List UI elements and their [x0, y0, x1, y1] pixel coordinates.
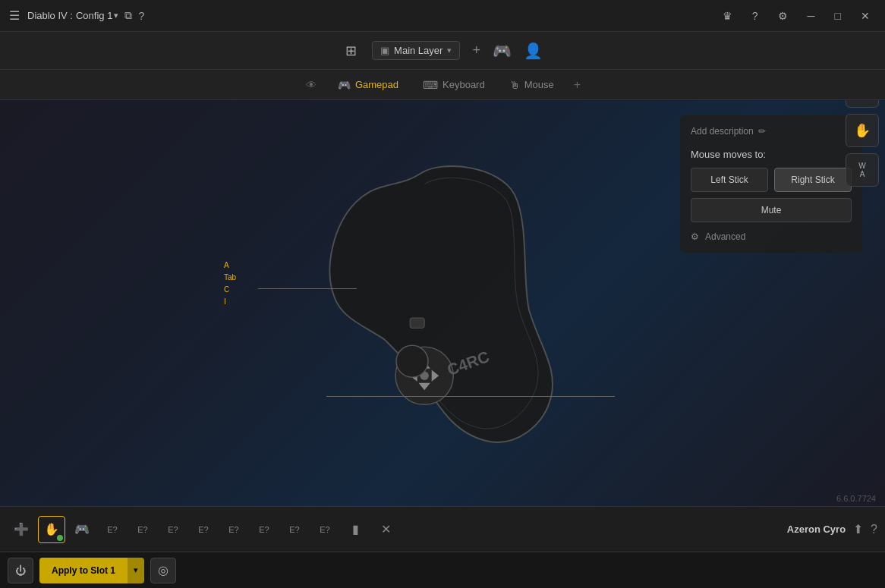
gamepad-icon: 🎮 [338, 79, 351, 91]
apply-slot-group: Apply to Slot 1 ▾ [39, 558, 144, 583]
help-icon[interactable]: ? [871, 523, 877, 536]
version-label: 6.6.0.7724 [836, 494, 876, 503]
slot-btn-7[interactable]: E? [281, 516, 308, 543]
tab-mouse[interactable]: 🖱 Mouse [499, 74, 565, 96]
minimize-button[interactable]: ─ [802, 7, 821, 25]
grid-view-button[interactable]: ⊞ [342, 39, 360, 62]
label-a: A [224, 259, 236, 272]
slot-btn-4[interactable]: E? [190, 516, 217, 543]
layer-icon: ▣ [380, 45, 389, 56]
label-i: I [224, 296, 236, 308]
help-button[interactable]: ? [746, 7, 764, 25]
keyboard-icon: ⌨ [423, 79, 438, 91]
add-config-button[interactable]: ➕ [8, 516, 35, 543]
tab-bar: 👁 🎮 Gamepad ⌨ Keyboard 🖱 Mouse + [0, 70, 885, 100]
advanced-row[interactable]: ⚙ Advanced [691, 231, 852, 242]
title-bar: ☰ Diablo IV : Config 1 ▾ ⧉ ? ♛ ? ⚙ ─ □ ✕ [0, 0, 885, 32]
tab-eye-button[interactable]: 👁 [298, 74, 324, 96]
tab-gamepad-label: Gamepad [355, 79, 398, 90]
main-area: C4RC A Tab C I Add description ✏ Mouse m… [0, 100, 885, 506]
slot-btn-6[interactable]: E? [250, 516, 278, 543]
slot-btn-3[interactable]: E? [159, 516, 187, 543]
mode-w-label: W [858, 162, 865, 170]
svg-rect-6 [410, 318, 424, 328]
label-tab: Tab [224, 272, 236, 284]
slot-btn-2[interactable]: E? [129, 516, 156, 543]
gamepad-mode-button[interactable]: 🎮 [68, 516, 96, 543]
connector-line-top [258, 288, 357, 289]
mode-a-label: A [860, 170, 865, 178]
brand-label: Azeron Cyro [787, 524, 846, 535]
add-tab-button[interactable]: + [568, 75, 587, 95]
bottom-toolbar: ➕ ✋ 🎮 E? E? E? E? E? E? E? E? ▮ ✕ Azeron… [0, 506, 885, 552]
mute-button[interactable]: Mute [691, 198, 852, 222]
mouse-moves-label: Mouse moves to: [691, 149, 852, 160]
app-name: Diablo IV : [27, 10, 73, 21]
menu-icon[interactable]: ☰ [9, 8, 20, 23]
hand-side-icon[interactable]: ✋ [846, 114, 879, 147]
tab-keyboard[interactable]: ⌨ Keyboard [412, 74, 496, 96]
mouse-icon: 🖱 [509, 79, 520, 91]
layer-label: Main Layer [394, 45, 442, 56]
layer-chevron-icon: ▾ [447, 46, 452, 55]
stick-buttons-group: Left Stick Right Stick [691, 168, 852, 192]
svg-point-7 [396, 345, 428, 377]
slot-btn-5[interactable]: E? [220, 516, 247, 543]
right-panel: Add description ✏ Mouse moves to: Left S… [680, 115, 862, 253]
right-stick-button[interactable]: Right Stick [774, 168, 852, 192]
close-button[interactable]: ✕ [855, 7, 876, 25]
mode-side-icon[interactable]: W A [846, 153, 879, 187]
add-description-area[interactable]: Add description ✏ [691, 126, 852, 137]
controller-visual: C4RC [291, 152, 594, 455]
user-avatar-icon: 👤 [524, 42, 543, 60]
separator-1-button[interactable]: ▮ [342, 516, 369, 543]
active-badge [57, 535, 63, 541]
layer-selector[interactable]: ▣ Main Layer ▾ [372, 41, 460, 60]
separator-2-button[interactable]: ✕ [372, 516, 399, 543]
tab-keyboard-label: Keyboard [442, 79, 485, 90]
window-controls: ♛ ? ⚙ ─ □ ✕ [717, 7, 876, 25]
keyboard-side-icon[interactable]: ⌨ [846, 100, 879, 108]
controller-svg: C4RC [291, 152, 594, 455]
settings-button[interactable]: ⚙ [772, 7, 794, 25]
toolbar: ⊞ ▣ Main Layer ▾ + 🎮 👤 [0, 32, 885, 70]
status-bar: ⏻ Apply to Slot 1 ▾ ◎ [0, 552, 885, 588]
advanced-icon: ⚙ [691, 231, 699, 242]
label-c: C [224, 284, 236, 296]
config-chevron-icon[interactable]: ▾ [114, 11, 118, 20]
crown-button[interactable]: ♛ [717, 7, 739, 25]
connector-line-bottom [326, 396, 615, 397]
maximize-button[interactable]: □ [829, 7, 847, 25]
copy-button[interactable]: ⧉ [124, 9, 132, 22]
tab-gamepad[interactable]: 🎮 Gamepad [327, 74, 409, 96]
slot-btn-1[interactable]: E? [99, 516, 126, 543]
info-button[interactable]: ? [138, 10, 144, 22]
hand-mode-button[interactable]: ✋ [38, 516, 65, 543]
side-icons: ⌨ ✋ W A [846, 100, 879, 187]
gamepad-avatar-icon: 🎮 [493, 42, 512, 60]
tab-mouse-label: Mouse [524, 79, 554, 90]
apply-slot-chevron-button[interactable]: ▾ [128, 558, 144, 583]
config-name: Config 1 [76, 10, 112, 21]
export-icon[interactable]: ⬆ [853, 522, 863, 536]
left-stick-button[interactable]: Left Stick [691, 168, 768, 192]
advanced-label: Advanced [705, 231, 745, 242]
apply-slot-button[interactable]: Apply to Slot 1 [39, 558, 128, 583]
edit-icon: ✏ [758, 126, 766, 137]
bottom-right-area: Azeron Cyro ⬆ ? [787, 522, 877, 536]
add-description-label: Add description [691, 126, 754, 137]
controller-button-labels: A Tab C I [224, 259, 236, 308]
slot-btn-8[interactable]: E? [311, 516, 339, 543]
add-layer-button[interactable]: + [472, 42, 480, 58]
target-button[interactable]: ◎ [150, 558, 176, 583]
power-button[interactable]: ⏻ [8, 558, 33, 583]
